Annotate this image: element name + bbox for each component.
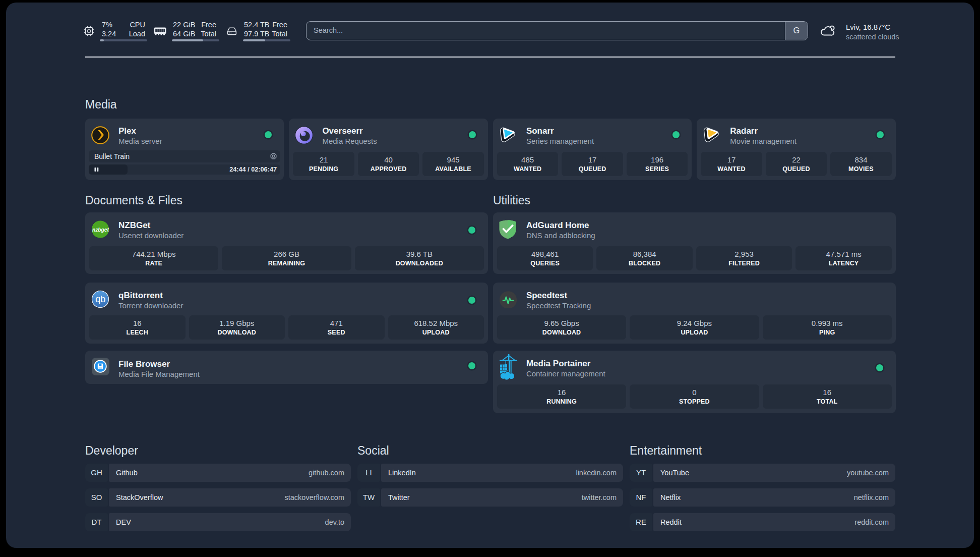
svg-text:nzbget: nzbget	[92, 227, 109, 233]
svg-text:qb: qb	[95, 294, 105, 304]
